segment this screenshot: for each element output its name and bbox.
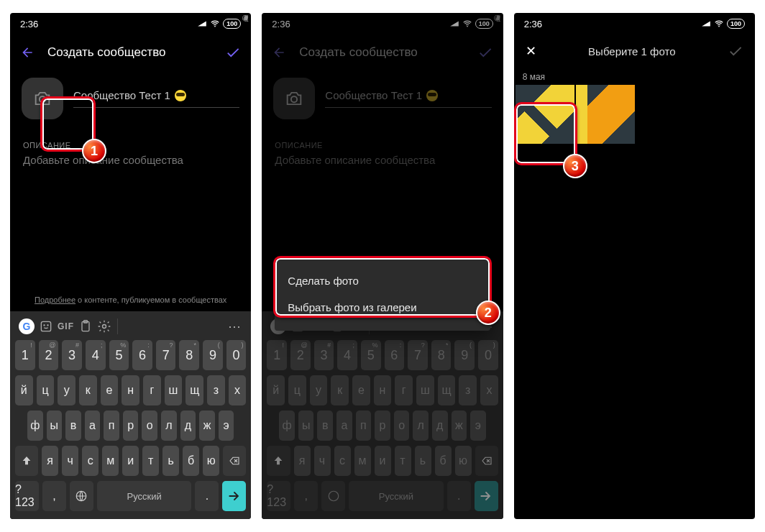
globe-key[interactable] — [70, 481, 93, 511]
gallery-header: ✕ Выберите 1 фото — [514, 35, 755, 68]
key-row-3: фывапролджэ — [13, 411, 248, 441]
sunglasses-emoji — [175, 90, 186, 101]
key-7[interactable]: 7? — [156, 340, 176, 370]
key-ч[interactable]: ч@ — [62, 446, 78, 476]
key-ц[interactable]: ц — [37, 375, 55, 405]
clipboard-icon[interactable] — [78, 319, 93, 334]
key-9[interactable]: 9( — [203, 340, 223, 370]
svg-point-4 — [47, 325, 49, 326]
phone-screen-3: 2:36 100 ✕ Выберите 1 фото 8 мая 3 — [514, 13, 755, 519]
gallery-thumbnail[interactable] — [576, 85, 635, 144]
confirm-icon[interactable] — [728, 43, 743, 59]
key-с[interactable]: с# — [82, 446, 99, 476]
key-2[interactable]: 2@ — [39, 340, 59, 370]
settings-icon[interactable] — [97, 319, 111, 334]
key-ы[interactable]: ы — [47, 411, 63, 441]
battery-level: 100 — [727, 19, 745, 29]
key-н[interactable]: н — [122, 375, 139, 405]
keyboard-toolbar: G GIF ⋯ — [13, 316, 248, 340]
key-б[interactable]: б+ — [183, 446, 199, 476]
back-icon[interactable] — [20, 45, 35, 60]
key-row-2: йцукенгшщзх — [13, 375, 248, 405]
callout-2 — [273, 256, 491, 318]
key-й[interactable]: й — [15, 375, 33, 405]
key-п[interactable]: п — [104, 411, 119, 441]
key-row-5: ?123 , Русский . — [13, 481, 248, 511]
key-е[interactable]: е — [101, 375, 119, 405]
svg-point-3 — [44, 325, 45, 326]
phone-screen-2: 2:36 100 Создать сообщество Сообщество Т… — [262, 13, 503, 519]
key-0[interactable]: 0) — [226, 340, 247, 370]
confirm-icon[interactable] — [225, 45, 241, 60]
description-input[interactable]: Добавьте описание сообщества — [10, 154, 251, 166]
key-в[interactable]: в — [65, 411, 81, 441]
footer-note: Подробнее о контенте, публикуемом в сооб… — [10, 288, 251, 311]
key-э[interactable]: э — [219, 411, 234, 441]
key-4[interactable]: 4; — [86, 340, 106, 370]
page-title: Создать сообщество — [47, 45, 166, 60]
key-а[interactable]: а — [85, 411, 101, 441]
badge-2: 2 — [476, 301, 500, 325]
key-3[interactable]: 3# — [62, 340, 82, 370]
key-8[interactable]: 8* — [179, 340, 199, 370]
key-row-1: 1!2@3#4;5%6:7?8*9(0) — [13, 340, 248, 370]
enter-key[interactable] — [222, 481, 246, 511]
header: Создать сообщество — [10, 35, 251, 70]
phone-screen-1: 2:36 100 Создать сообщество Сообщество Т… — [10, 13, 251, 519]
section-date: 8 мая — [514, 68, 755, 85]
footer-link[interactable]: Подробнее — [35, 295, 75, 304]
close-icon[interactable]: ✕ — [526, 43, 536, 59]
svg-rect-2 — [41, 321, 50, 331]
badge-1: 1 — [82, 139, 106, 163]
gallery-title: Выберите 1 фото — [549, 45, 715, 58]
google-icon[interactable]: G — [19, 318, 35, 334]
clock: 2:36 — [20, 19, 38, 29]
key-row-4: яч@с#м₽и_т&ь-б+ю( — [13, 446, 248, 476]
community-name-input[interactable]: Сообщество Тест 1 — [73, 89, 239, 108]
status-icons: 100 — [197, 19, 241, 29]
key-5[interactable]: 5% — [109, 340, 129, 370]
svg-point-7 — [103, 325, 106, 329]
shift-key[interactable] — [15, 446, 38, 476]
battery-level: 100 — [223, 19, 241, 29]
key-х[interactable]: х — [229, 375, 247, 405]
key-р[interactable]: р — [123, 411, 139, 441]
key-ь[interactable]: ь- — [162, 446, 179, 476]
key-я[interactable]: я — [42, 446, 58, 476]
key-щ[interactable]: щ — [185, 375, 203, 405]
status-bar: 2:36 100 — [10, 13, 251, 35]
space-key[interactable]: Русский — [97, 481, 192, 511]
key-ю[interactable]: ю( — [203, 446, 219, 476]
key-з[interactable]: з — [207, 375, 225, 405]
svg-point-15 — [718, 26, 720, 27]
key-д[interactable]: д — [180, 411, 196, 441]
key-у[interactable]: у — [58, 375, 75, 405]
gif-button[interactable]: GIF — [58, 321, 74, 331]
key-1[interactable]: 1! — [15, 340, 35, 370]
symbols-key[interactable]: ?123 — [15, 481, 39, 511]
key-л[interactable]: л — [161, 411, 177, 441]
keyboard[interactable]: G GIF ⋯ 1!2@3#4;5%6:7?8*9(0) йцукенгшщзх… — [10, 311, 251, 519]
clock: 2:36 — [524, 19, 542, 29]
comma-key[interactable]: , — [42, 481, 66, 511]
period-key[interactable]: . — [195, 481, 219, 511]
key-ф[interactable]: ф — [27, 411, 43, 441]
backspace-key[interactable] — [223, 446, 246, 476]
key-о[interactable]: о — [142, 411, 157, 441]
key-к[interactable]: к — [79, 375, 97, 405]
sticker-icon[interactable] — [39, 319, 53, 334]
svg-point-0 — [214, 26, 216, 27]
status-bar: 2:36 100 — [514, 13, 755, 35]
key-ш[interactable]: ш — [165, 375, 183, 405]
key-ж[interactable]: ж — [199, 411, 215, 441]
key-м[interactable]: м₽ — [102, 446, 119, 476]
key-г[interactable]: г — [143, 375, 161, 405]
key-6[interactable]: 6: — [132, 340, 152, 370]
badge-3: 3 — [563, 154, 587, 178]
key-т[interactable]: т& — [142, 446, 159, 476]
key-и[interactable]: и_ — [122, 446, 139, 476]
more-icon[interactable]: ⋯ — [228, 318, 242, 334]
status-icons: 100 — [701, 19, 745, 29]
